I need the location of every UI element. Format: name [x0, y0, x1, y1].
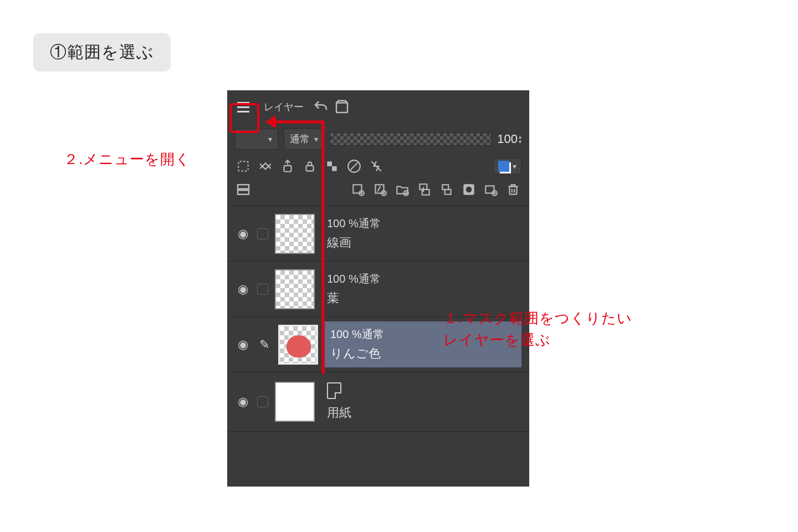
annotation-arrow	[0, 0, 798, 532]
callout-line1: １.マスク範囲をつくりたい	[443, 308, 632, 329]
callout-text: ２.メニューを開く	[64, 151, 191, 167]
callout-line2: レイヤーを選ぶ	[443, 329, 632, 351]
callout-choose-layer: １.マスク範囲をつくりたい レイヤーを選ぶ	[443, 308, 632, 351]
callout-open-menu: ２.メニューを開く	[64, 149, 191, 170]
